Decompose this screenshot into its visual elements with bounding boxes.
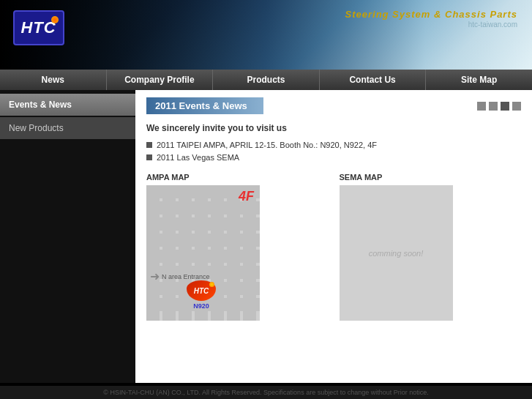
dot-2[interactable]: [489, 102, 498, 111]
event-list: 2011 TAIPEI AMPA, APRIL 12-15. Booth No.…: [146, 141, 521, 162]
grid-row: [146, 250, 260, 263]
nav-item-news[interactable]: News: [0, 70, 107, 90]
tagline-text: Steering System: [345, 9, 431, 20]
invite-text: We sincerely invite you to visit us: [146, 123, 521, 133]
coming-soon-text: comming soon!: [369, 249, 424, 258]
sema-map-label: SEMA MAP: [340, 173, 522, 182]
nav-item-site-map[interactable]: Site Map: [426, 70, 532, 90]
sema-map-container: SEMA MAP comming soon!: [340, 173, 522, 321]
nav-item-products[interactable]: Products: [213, 70, 320, 90]
dot-1[interactable]: [477, 102, 486, 111]
booth-label: N920: [187, 302, 216, 310]
content-title: 2011 Events & News: [146, 97, 263, 114]
bullet-icon: [146, 154, 152, 160]
header: HTC Steering System & Chassis Parts htc-…: [0, 0, 532, 70]
sema-map: comming soon!: [340, 185, 453, 321]
dot-3[interactable]: [501, 102, 509, 111]
bullet-icon: [146, 142, 152, 148]
main-layout: Events & News New Products 2011 Events &…: [0, 90, 532, 383]
grid-row: [146, 234, 260, 247]
nav-item-company-profile[interactable]: Company Profile: [107, 70, 214, 90]
sidebar-item-events-news[interactable]: Events & News: [0, 94, 135, 116]
footer-text: © HSIN-TAI-CHU (AN) CO., LTD. All Rights…: [103, 389, 428, 396]
htc-booth: HTC N920: [187, 280, 216, 310]
navigation-bar: News Company Profile Products Contact Us…: [0, 70, 532, 90]
htc-mini-text: HTC: [194, 287, 209, 295]
htc-logo-mini: HTC: [187, 280, 216, 301]
maps-section: AMPA MAP: [146, 173, 521, 321]
sidebar-item-new-products[interactable]: New Products: [0, 117, 135, 139]
ampa-map-container: AMPA MAP: [146, 173, 329, 321]
grid-row: [146, 217, 260, 231]
ampa-map-label: AMPA MAP: [146, 173, 329, 182]
logo-box: HTC: [13, 10, 64, 45]
sidebar: Events & News New Products: [0, 90, 135, 383]
entrance-label: N area Entrance: [162, 273, 210, 280]
content-header: 2011 Events & News: [146, 97, 521, 114]
footer: © HSIN-TAI-CHU (AN) CO., LTD. All Rights…: [0, 386, 532, 399]
nav-item-contact-us[interactable]: Contact Us: [320, 70, 427, 90]
logo: HTC: [11, 7, 66, 48]
ampa-map: 4F ➜ N area Entrance HTC N920: [146, 185, 260, 321]
list-item: 2011 Las Vegas SEMA: [146, 153, 521, 162]
nav-dots: [477, 102, 521, 111]
htc-mini-dot: [209, 282, 214, 287]
tagline-suffix: & Chassis Parts: [434, 9, 517, 20]
logo-dot: [51, 16, 59, 23]
list-item: 2011 TAIPEI AMPA, APRIL 12-15. Booth No.…: [146, 141, 521, 149]
floor-label: 4F: [239, 189, 254, 204]
header-subtitle: htc-taiwan.com: [468, 20, 517, 29]
header-tagline: Steering System & Chassis Parts: [345, 9, 518, 20]
dot-4[interactable]: [512, 102, 521, 111]
list-item-text: 2011 Las Vegas SEMA: [157, 153, 239, 162]
list-item-text: 2011 TAIPEI AMPA, APRIL 12-15. Booth No.…: [157, 141, 377, 149]
content-area: 2011 Events & News We sincerely invite y…: [135, 90, 532, 383]
arrow-icon: ➜: [150, 269, 160, 283]
